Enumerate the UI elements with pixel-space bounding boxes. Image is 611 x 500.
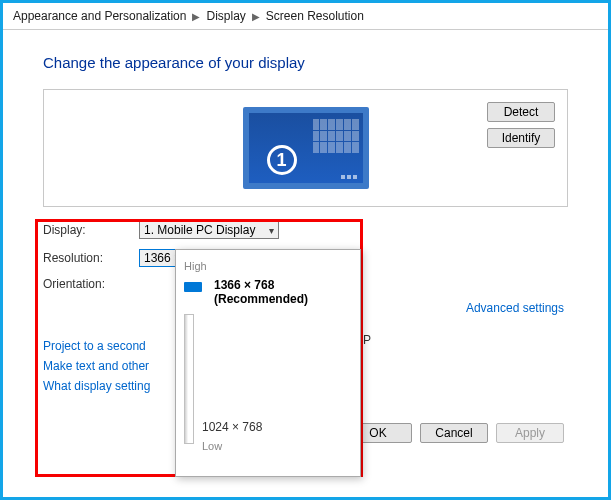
slider-thumb[interactable] [184,282,202,292]
chevron-right-icon: ▶ [252,11,260,22]
monitor-preview-panel: 1 Detect Identify [43,89,568,207]
low-resolution-label: 1024 × 768 [202,420,262,434]
detect-button[interactable]: Detect [487,102,555,122]
advanced-settings-link[interactable]: Advanced settings [466,301,564,315]
breadcrumb: Appearance and Personalization ▶ Display… [3,3,608,30]
chevron-down-icon: ▾ [269,225,274,236]
slider-track[interactable] [184,314,194,444]
orientation-label: Orientation: [43,277,139,291]
display-value: 1. Mobile PC Display [144,223,255,237]
dialog-buttons: OK Cancel Apply [344,423,564,443]
crumb-screen-resolution[interactable]: Screen Resolution [266,9,364,23]
resolution-popup: High 1366 × 768 (Recommended) 1024 × 768… [175,249,361,477]
screen-resolution-window: Appearance and Personalization ▶ Display… [0,0,611,500]
crumb-appearance[interactable]: Appearance and Personalization [13,9,186,23]
truncated-text: P [363,333,371,347]
display-label: Display: [43,223,139,237]
apply-button[interactable]: Apply [496,423,564,443]
selected-resolution: 1366 × 768 (Recommended) [214,278,352,306]
page-title: Change the appearance of your display [43,54,568,71]
monitor-number: 1 [267,145,297,175]
low-label: Low [202,440,222,452]
monitor-dots-icon [341,175,357,179]
identify-button[interactable]: Identify [487,128,555,148]
calendar-grid-icon [313,119,359,153]
high-label: High [184,260,352,272]
crumb-display[interactable]: Display [206,9,245,23]
chevron-right-icon: ▶ [192,11,200,22]
monitor-icon[interactable]: 1 [243,107,369,189]
cancel-button[interactable]: Cancel [420,423,488,443]
display-dropdown[interactable]: 1. Mobile PC Display ▾ [139,221,279,239]
resolution-label: Resolution: [43,251,139,265]
